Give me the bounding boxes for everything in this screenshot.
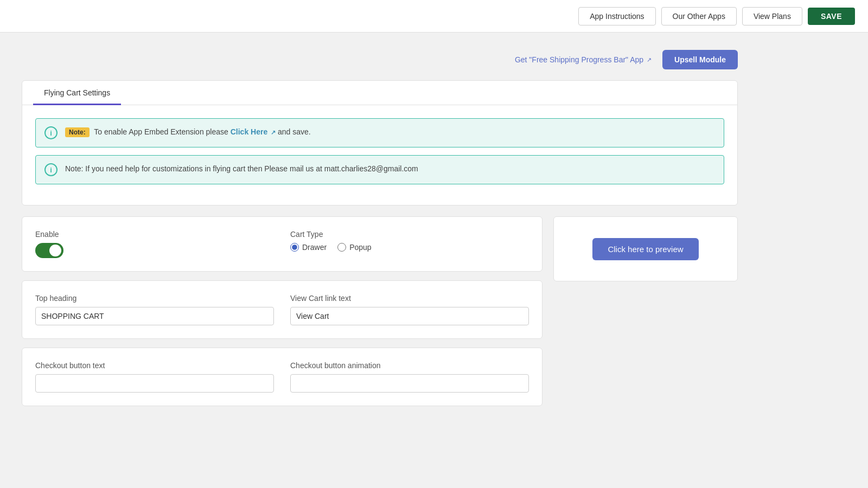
checkout-btn-text-label: Checkout button text bbox=[35, 361, 274, 370]
checkout-animation-group: Checkout button animation bbox=[290, 361, 529, 393]
enable-label: Enable bbox=[35, 230, 274, 239]
settings-body: i Note: To enable App Embed Extension pl… bbox=[22, 105, 737, 205]
cart-type-label: Cart Type bbox=[290, 230, 529, 239]
alert-customization: i Note: If you need help for customizati… bbox=[35, 155, 724, 184]
heading-viewcart-row: Top heading View Cart link text bbox=[35, 294, 529, 325]
checkout-animation-label: Checkout button animation bbox=[290, 361, 529, 370]
external-link-icon-2: ↗ bbox=[271, 128, 276, 137]
popup-radio-option[interactable]: Popup bbox=[337, 243, 371, 252]
enable-cart-row: Enable Cart Type Drawer bbox=[35, 230, 529, 258]
alert-embed-text: Note: To enable App Embed Extension plea… bbox=[65, 126, 311, 138]
checkout-btn-text-input[interactable] bbox=[35, 374, 274, 393]
settings-tab-bar: Flying Cart Settings bbox=[22, 81, 737, 105]
checkout-row: Checkout button text Checkout button ani… bbox=[35, 361, 529, 393]
enable-cart-type-card: Enable Cart Type Drawer bbox=[22, 216, 542, 272]
right-panel: Click here to preview bbox=[553, 216, 738, 406]
upsell-module-button[interactable]: Upsell Module bbox=[662, 50, 738, 69]
cart-type-group: Cart Type Drawer Popup bbox=[290, 230, 529, 258]
checkout-animation-input[interactable] bbox=[290, 374, 529, 393]
our-other-apps-button[interactable]: Our Other Apps bbox=[661, 7, 737, 25]
external-link-icon: ↗ bbox=[647, 56, 652, 63]
flying-cart-settings-tab[interactable]: Flying Cart Settings bbox=[33, 81, 121, 105]
toggle-slider bbox=[35, 243, 63, 258]
top-heading-input[interactable] bbox=[35, 307, 274, 325]
top-action-row: Get "Free Shipping Progress Bar" App ↗ U… bbox=[22, 50, 738, 69]
settings-card: Flying Cart Settings i Note: To enable A… bbox=[22, 80, 738, 206]
enable-toggle-group: Enable bbox=[35, 230, 274, 258]
drawer-radio[interactable] bbox=[290, 243, 299, 252]
two-panel-layout: Enable Cart Type Drawer bbox=[22, 216, 738, 406]
popup-radio[interactable] bbox=[337, 243, 346, 252]
heading-viewcart-card: Top heading View Cart link text bbox=[22, 280, 542, 339]
info-icon-1: i bbox=[44, 126, 58, 139]
checkout-btn-text-group: Checkout button text bbox=[35, 361, 274, 393]
free-shipping-link[interactable]: Get "Free Shipping Progress Bar" App ↗ bbox=[515, 55, 652, 64]
app-instructions-button[interactable]: App Instructions bbox=[578, 7, 655, 25]
view-cart-group: View Cart link text bbox=[290, 294, 529, 325]
top-heading-group: Top heading bbox=[35, 294, 274, 325]
checkout-card: Checkout button text Checkout button ani… bbox=[22, 348, 542, 406]
top-heading-label: Top heading bbox=[35, 294, 274, 303]
alert-customization-text: Note: If you need help for customization… bbox=[65, 163, 418, 175]
view-cart-input[interactable] bbox=[290, 307, 529, 325]
view-cart-label: View Cart link text bbox=[290, 294, 529, 303]
app-header: App Instructions Our Other Apps View Pla… bbox=[0, 0, 868, 33]
preview-button[interactable]: Click here to preview bbox=[592, 238, 698, 260]
save-button[interactable]: SAVE bbox=[808, 8, 855, 25]
drawer-label: Drawer bbox=[302, 243, 327, 252]
note-badge-1: Note: bbox=[65, 127, 90, 137]
popup-label: Popup bbox=[349, 243, 371, 252]
main-content: Get "Free Shipping Progress Bar" App ↗ U… bbox=[0, 33, 760, 423]
click-here-link[interactable]: Click Here ↗ bbox=[231, 127, 278, 136]
preview-card: Click here to preview bbox=[553, 216, 738, 281]
left-panel: Enable Cart Type Drawer bbox=[22, 216, 542, 406]
view-plans-button[interactable]: View Plans bbox=[742, 7, 802, 25]
alert-embed-extension: i Note: To enable App Embed Extension pl… bbox=[35, 118, 724, 147]
cart-type-options: Drawer Popup bbox=[290, 243, 529, 252]
info-icon-2: i bbox=[44, 163, 58, 176]
drawer-radio-option[interactable]: Drawer bbox=[290, 243, 327, 252]
enable-toggle[interactable] bbox=[35, 243, 63, 258]
